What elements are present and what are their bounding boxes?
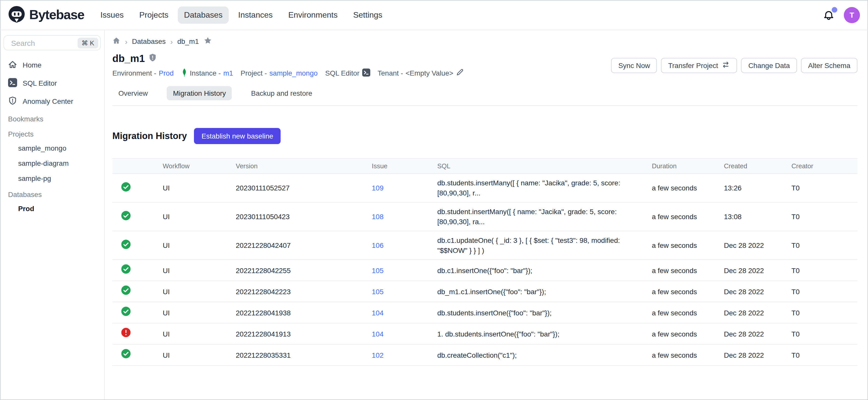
table-row[interactable]: UI 20221228041913 104 1. db.students.ins… [112, 323, 858, 344]
nav-issues[interactable]: Issues [94, 6, 130, 24]
change-data-button[interactable]: Change Data [741, 58, 797, 73]
creator-cell: T0 [792, 202, 858, 231]
project-link[interactable]: sample_mongo [270, 69, 318, 77]
shield-alert-icon [8, 96, 17, 106]
transfer-project-button[interactable]: Transfer Project [661, 58, 737, 73]
status-cell [112, 260, 163, 281]
version-cell: 20221228042407 [236, 231, 372, 260]
status-cell [112, 344, 163, 366]
sidebar-item-anomaly-center[interactable]: Anomaly Center [3, 92, 101, 110]
duration-cell: a few seconds [652, 281, 724, 302]
issue-link[interactable]: 108 [372, 213, 383, 221]
page-title: db_m1 [112, 52, 145, 64]
breadcrumb-home-icon[interactable] [112, 36, 120, 46]
sql-cell: db.student.insertMany([ { name: "Jacika"… [437, 202, 652, 231]
col-created: Created [724, 158, 792, 174]
sidebar-project-sample-diagram[interactable]: sample-diagram [3, 156, 101, 171]
pencil-icon[interactable] [456, 68, 463, 78]
version-cell: 20230111050423 [236, 202, 372, 231]
sidebar: ⌘ K Home SQL Editor Anomaly Center Bookm… [0, 30, 105, 400]
transfer-project-label: Transfer Project [668, 61, 718, 69]
created-cell: Dec 28 2022 [724, 231, 792, 260]
establish-baseline-button[interactable]: Establish new baseline [194, 128, 281, 144]
breadcrumb-databases[interactable]: Databases [132, 37, 166, 45]
search-box[interactable]: ⌘ K [3, 35, 101, 50]
issue-link[interactable]: 106 [372, 241, 383, 249]
table-row[interactable]: UI 20230111052527 109 db.students.insert… [112, 174, 858, 202]
nav-environments[interactable]: Environments [282, 6, 344, 24]
nav-instances[interactable]: Instances [232, 6, 279, 24]
sync-now-button[interactable]: Sync Now [611, 58, 657, 73]
sidebar-project-sample-mongo[interactable]: sample_mongo [3, 141, 101, 156]
shield-icon [149, 53, 157, 64]
sql-cell: db.c1.updateOne( { _id: 3 }, [ { $set: {… [437, 231, 652, 260]
created-cell: Dec 28 2022 [724, 260, 792, 281]
sidebar-project-sample-pg[interactable]: sample-pg [3, 171, 101, 186]
sql-editor-meta[interactable]: SQL Editor [325, 68, 370, 78]
sidebar-database-prod[interactable]: Prod [3, 201, 101, 216]
instance-link[interactable]: m1 [223, 69, 233, 77]
creator-cell: T0 [792, 302, 858, 323]
version-cell: 20230111052527 [236, 174, 372, 202]
success-check-icon [121, 349, 131, 359]
migration-history-header: Migration History Establish new baseline [112, 128, 858, 144]
version-cell: 20221228041913 [236, 323, 372, 344]
environment-link[interactable]: Prod [159, 69, 174, 77]
success-check-icon [121, 210, 131, 220]
issue-link[interactable]: 104 [372, 330, 383, 338]
sql-cell: db_m1.c1.insertOne({"foo": "bar"}); [437, 281, 652, 302]
tab-migration-history[interactable]: Migration History [167, 86, 232, 100]
table-row[interactable]: UI 20221228041938 104 db.students.insert… [112, 302, 858, 323]
alter-schema-button[interactable]: Alter Schema [801, 58, 858, 73]
issue-link[interactable]: 104 [372, 309, 383, 317]
issue-link[interactable]: 105 [372, 266, 383, 274]
sql-cell: 1. db.students.insertOne({"foo": "bar"})… [437, 323, 652, 344]
bookmark-star-icon[interactable] [204, 36, 212, 47]
issue-link[interactable]: 105 [372, 287, 383, 296]
table-row[interactable]: UI 20221228035331 102 db.createCollectio… [112, 344, 858, 366]
bytebase-mascot-icon [8, 5, 25, 25]
col-status [112, 158, 163, 174]
workflow-cell: UI [163, 302, 236, 323]
duration-cell: a few seconds [652, 202, 724, 231]
mongodb-leaf-icon [181, 68, 187, 78]
migration-history-table: Workflow Version Issue SQL Duration Crea… [112, 158, 858, 366]
success-check-icon [121, 285, 131, 295]
issue-link[interactable]: 109 [372, 184, 383, 192]
sidebar-section-databases: Databases [3, 186, 101, 201]
nav-databases[interactable]: Databases [178, 6, 229, 24]
sidebar-item-sql-editor[interactable]: SQL Editor [3, 74, 101, 92]
table-row[interactable]: UI 20221228042223 105 db_m1.c1.insertOne… [112, 281, 858, 302]
avatar[interactable]: T [844, 7, 860, 23]
notification-bell-icon[interactable] [823, 9, 835, 21]
table-row[interactable]: UI 20230111050423 108 db.student.insertM… [112, 202, 858, 231]
main-nav: Issues Projects Databases Instances Envi… [94, 6, 388, 24]
search-input[interactable] [10, 38, 62, 48]
issue-cell: 108 [372, 202, 437, 231]
tenant-label: Tenant - [378, 69, 403, 77]
table-row[interactable]: UI 20221228042407 106 db.c1.updateOne( {… [112, 231, 858, 260]
db-actions: Sync Now Transfer Project Change Data Al… [611, 58, 858, 73]
issue-link[interactable]: 102 [372, 351, 383, 359]
version-cell: 20221228035331 [236, 344, 372, 366]
main-content: › Databases › db_m1 db_m1 Environment - … [105, 30, 868, 400]
workflow-cell: UI [163, 260, 236, 281]
error-exclamation-icon [121, 328, 131, 338]
nav-projects[interactable]: Projects [133, 6, 175, 24]
logo-text: Bytebase [29, 7, 84, 23]
breadcrumb-db-m1[interactable]: db_m1 [177, 37, 199, 45]
creator-cell: T0 [792, 344, 858, 366]
sidebar-item-label: Home [23, 61, 41, 69]
section-title: Migration History [112, 131, 187, 141]
sql-cell: db.students.insertMany([ { name: "Jacika… [437, 174, 652, 202]
tab-backup-and-restore[interactable]: Backup and restore [245, 86, 318, 100]
nav-settings[interactable]: Settings [347, 6, 389, 24]
bytebase-logo[interactable]: Bytebase [8, 5, 84, 25]
table-row[interactable]: UI 20221228042255 105 db.c1.insertOne({"… [112, 260, 858, 281]
terminal-icon[interactable] [362, 68, 370, 78]
tab-overview[interactable]: Overview [112, 86, 154, 100]
db-header: db_m1 Environment - Prod Instance - m1 [112, 52, 463, 78]
tenant-meta: Tenant - <Empty Value> [378, 68, 463, 78]
sidebar-item-home[interactable]: Home [3, 56, 101, 74]
version-cell: 20221228042223 [236, 281, 372, 302]
